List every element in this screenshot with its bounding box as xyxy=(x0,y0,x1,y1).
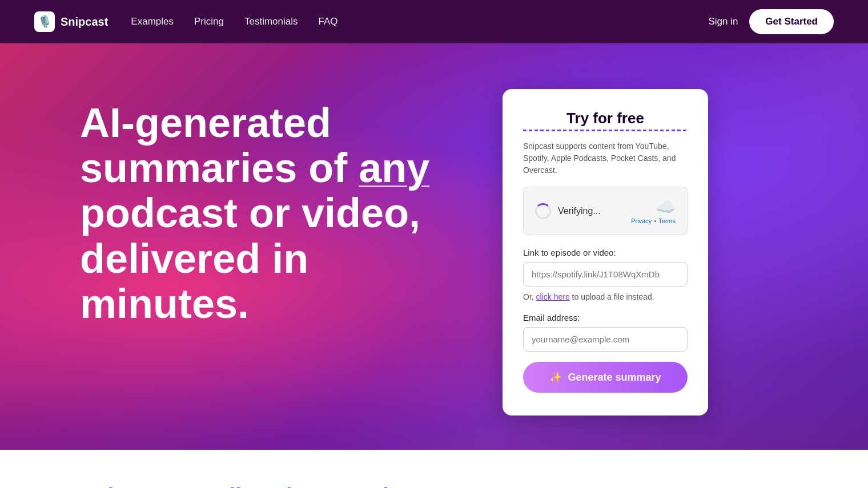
nav-right: Sign in Get Started xyxy=(708,9,834,34)
card-subtitle: Snipcast supports content from YouTube, … xyxy=(523,140,688,176)
nav-link-examples[interactable]: Examples xyxy=(131,16,174,27)
cf-separator: • xyxy=(654,217,656,224)
nav-link-faq[interactable]: FAQ xyxy=(319,16,338,27)
nav-links: Examples Pricing Testimonials FAQ xyxy=(131,16,337,27)
navbar: 🎙️ Snipcast Examples Pricing Testimonial… xyxy=(0,0,868,43)
try-card-container: Try for free Snipcast supports content f… xyxy=(503,89,708,416)
upload-link[interactable]: click here xyxy=(536,292,570,301)
card-title-underline xyxy=(523,130,688,131)
hero-section: AI-generated summaries of any podcast or… xyxy=(0,43,868,450)
cf-logo-group: ☁️ Privacy • Terms xyxy=(631,197,676,224)
logo-text: Snipcast xyxy=(61,15,108,29)
upload-text: Or, click here to upload a file instead. xyxy=(523,292,688,301)
cf-links: Privacy • Terms xyxy=(631,217,676,224)
cloudflare-logo-icon: ☁️ xyxy=(656,197,676,216)
cloudflare-verification-box: Verifying... ☁️ Privacy • Terms xyxy=(523,187,688,235)
cf-verifying-text: Verifying... xyxy=(558,206,601,216)
cf-spinner-icon xyxy=(535,203,551,219)
hero-headline-text: AI-generated summaries of any podcast or… xyxy=(80,100,429,326)
cf-left: Verifying... xyxy=(535,203,601,219)
cf-terms-link[interactable]: Terms xyxy=(658,217,676,224)
card-title: Try for free xyxy=(523,110,688,127)
below-hero-section: Enhance your listening experience Snipca… xyxy=(0,450,868,488)
email-input[interactable] xyxy=(523,327,688,352)
sign-in-button[interactable]: Sign in xyxy=(708,16,738,27)
logo-icon: 🎙️ xyxy=(34,11,55,32)
try-card: Try for free Snipcast supports content f… xyxy=(503,89,708,416)
hero-bottom-fade xyxy=(0,381,868,450)
nav-link-pricing[interactable]: Pricing xyxy=(194,16,224,27)
upload-text-suffix: to upload a file instead. xyxy=(570,292,654,301)
cf-privacy-link[interactable]: Privacy xyxy=(631,217,652,224)
upload-text-prefix: Or, xyxy=(523,292,536,301)
nav-left: 🎙️ Snipcast Examples Pricing Testimonial… xyxy=(34,11,338,32)
hero-text: AI-generated summaries of any podcast or… xyxy=(80,83,468,326)
get-started-button[interactable]: Get Started xyxy=(749,9,834,34)
nav-link-testimonials[interactable]: Testimonials xyxy=(244,16,298,27)
link-input[interactable] xyxy=(523,262,688,287)
generate-summary-button[interactable]: ✨ Generate summary xyxy=(523,362,688,393)
generate-icon: ✨ xyxy=(549,371,562,384)
logo[interactable]: 🎙️ Snipcast xyxy=(34,11,108,32)
hero-headline: AI-generated summaries of any podcast or… xyxy=(80,100,468,326)
link-label: Link to episode or video: xyxy=(523,248,688,257)
email-label: Email address: xyxy=(523,313,688,322)
section-title: Enhance your listening experience xyxy=(80,484,788,488)
generate-btn-label: Generate summary xyxy=(568,372,661,384)
